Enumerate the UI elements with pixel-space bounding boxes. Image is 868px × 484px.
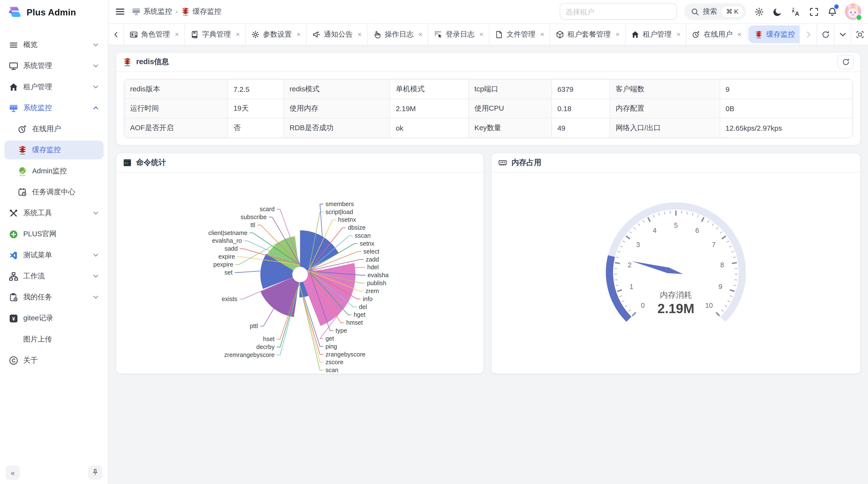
gauge-tick	[733, 257, 736, 258]
close-icon[interactable]: ×	[737, 31, 741, 38]
sidebar-item-在线用户[interactable]: 在线用户	[4, 120, 103, 138]
sidebar-item-关于[interactable]: 关于	[4, 351, 103, 370]
sidebar-item-工作流[interactable]: 工作流	[4, 267, 103, 286]
sidebar-item-缓存监控[interactable]: redis缓存监控	[4, 140, 103, 159]
refresh-redis-info-button[interactable]	[838, 55, 854, 69]
tabs-action-chevron-down-button[interactable]	[834, 24, 851, 45]
translate-button[interactable]: xA	[790, 6, 801, 17]
moon-button[interactable]	[772, 6, 783, 17]
tab-角色管理[interactable]: 角色管理×	[124, 24, 185, 45]
gauge-tick-label: 3	[636, 241, 640, 249]
gauge-tick	[616, 285, 618, 286]
slice-label: ping	[326, 343, 337, 350]
gauge-tick	[616, 257, 619, 258]
avatar[interactable]	[845, 3, 862, 20]
tab-文件管理[interactable]: 文件管理×	[490, 24, 551, 45]
info-value: 0.18	[552, 99, 610, 118]
info-value: 12.65kps/2.97kps	[720, 118, 852, 137]
close-icon[interactable]: ×	[297, 31, 301, 38]
gauge-tick	[620, 246, 623, 247]
close-icon[interactable]: ×	[479, 31, 483, 38]
tab-参数设置[interactable]: 参数设置×	[246, 24, 307, 45]
command-stats-chart: smembersscript|loadhsetnxdbsizesscansetn…	[116, 172, 483, 375]
tab-租户套餐管理[interactable]: 租户套餐管理×	[550, 24, 625, 45]
sidebar-item-系统监控[interactable]: 系统监控	[4, 99, 103, 118]
sidebar-item-任务调度中心[interactable]: 任务调度中心	[4, 183, 103, 201]
header-icon-buttons: xA	[753, 6, 838, 17]
info-value: 单机模式	[390, 79, 468, 99]
breadcrumb-item-缓存监控[interactable]: redis缓存监控	[181, 7, 222, 17]
tab-label: 缓存监控	[766, 29, 795, 39]
sidebar-item-gitee记录[interactable]: ¥gitee记录	[4, 309, 103, 328]
gauge-tick	[614, 268, 617, 269]
notification-dot	[834, 4, 839, 9]
tabs-scroll-left-button[interactable]	[108, 24, 124, 45]
fullscreen-button[interactable]	[808, 6, 819, 17]
tabs-action-scan-button[interactable]	[851, 24, 868, 45]
collapse-sidebar-button[interactable]: «	[5, 465, 20, 480]
gear-button[interactable]	[753, 6, 765, 17]
terminal-icon: C:\	[123, 158, 132, 167]
svg-text:¥: ¥	[12, 316, 15, 322]
tab-字典管理[interactable]: 字典管理×	[185, 24, 246, 45]
close-icon[interactable]: ×	[616, 31, 619, 38]
pie-slice-scard[interactable]	[300, 264, 300, 266]
tab-登录日志[interactable]: 登录日志×	[429, 24, 490, 45]
slice-label: evalsha	[368, 272, 389, 279]
info-value: 0B	[720, 99, 852, 118]
sidebar-item-系统工具[interactable]: 系统工具	[4, 204, 103, 223]
sidebar-item-租户管理[interactable]: 租户管理	[4, 77, 103, 96]
gauge-tick	[615, 263, 620, 263]
charts-row: C:\ 命令统计 smembersscript|loadhsetnxdbsize…	[116, 153, 861, 374]
bell-button[interactable]	[827, 6, 838, 17]
tenant-select-input[interactable]	[559, 3, 677, 20]
tab-操作日志[interactable]: 操作日志×	[368, 24, 429, 45]
close-icon[interactable]: ×	[236, 31, 240, 38]
sidebar-item-系统管理[interactable]: 系统管理	[4, 56, 103, 75]
sidebar-item-概览[interactable]: 概览	[4, 35, 103, 54]
tabs-action-refresh-button[interactable]	[816, 24, 834, 45]
redis-info-card-header: redis redis信息	[116, 53, 860, 72]
close-icon[interactable]: ×	[418, 31, 423, 38]
sidebar-item-Admin监控[interactable]: springAdmin监控	[4, 161, 103, 180]
chevron-up-icon	[92, 105, 99, 111]
gauge-tick	[731, 251, 734, 252]
info-label: 网络入口/出口	[610, 118, 720, 137]
global-search-button[interactable]: 搜索 ⌘ K	[684, 3, 746, 20]
sidebar-item-图片上传[interactable]: 图片上传	[4, 330, 103, 349]
close-icon[interactable]: ×	[358, 31, 362, 38]
logo[interactable]: Plus Admin	[0, 0, 108, 23]
info-value: 7.2.5	[227, 79, 283, 99]
slice-label: type	[336, 327, 347, 334]
tab-通知公告[interactable]: 通知公告×	[307, 24, 368, 45]
tab-租户管理[interactable]: 租户管理×	[626, 24, 687, 45]
home-icon	[631, 30, 640, 38]
svg-text:redis: redis	[756, 37, 761, 39]
gauge-tick	[712, 223, 714, 226]
file-icon	[495, 30, 503, 38]
slice-label: zremrangebyscore	[224, 351, 275, 358]
sidebar-item-label: 缓存监控	[32, 145, 61, 155]
sidebar-item-PLUS官网[interactable]: PLUS官网	[4, 225, 103, 244]
close-icon[interactable]: ×	[540, 31, 544, 38]
redis-info-title: redis信息	[136, 57, 169, 67]
tab-在线用户[interactable]: 在线用户×	[686, 24, 747, 45]
redis-info-table-wrap: redis版本7.2.5redis模式单机模式tcp端口6379客户端数9运行时…	[123, 78, 853, 138]
sidebar-item-测试菜单[interactable]: 测试菜单	[4, 246, 103, 264]
slice-label: expire	[218, 253, 235, 260]
sidebar-item-我的任务[interactable]: 我的任务	[4, 288, 103, 306]
gauge-tick	[732, 263, 737, 263]
gauge-tick	[735, 268, 737, 269]
pin-sidebar-button[interactable]	[88, 465, 102, 480]
app-logo-icon	[8, 5, 22, 20]
gauge-tick-label: 4	[653, 227, 656, 234]
breadcrumb-item-系统监控[interactable]: 系统监控	[132, 7, 172, 17]
slice-label: scard	[260, 205, 275, 212]
close-icon[interactable]: ×	[175, 31, 179, 38]
hamburger-menu-icon[interactable]	[115, 7, 125, 17]
slice-label: sscan	[355, 232, 371, 239]
close-icon[interactable]: ×	[677, 31, 680, 38]
memory-usage-title: 内存占用	[512, 158, 541, 167]
tab-label: 文件管理	[506, 29, 535, 39]
tab-缓存监控[interactable]: redis缓存监控×	[748, 26, 799, 43]
